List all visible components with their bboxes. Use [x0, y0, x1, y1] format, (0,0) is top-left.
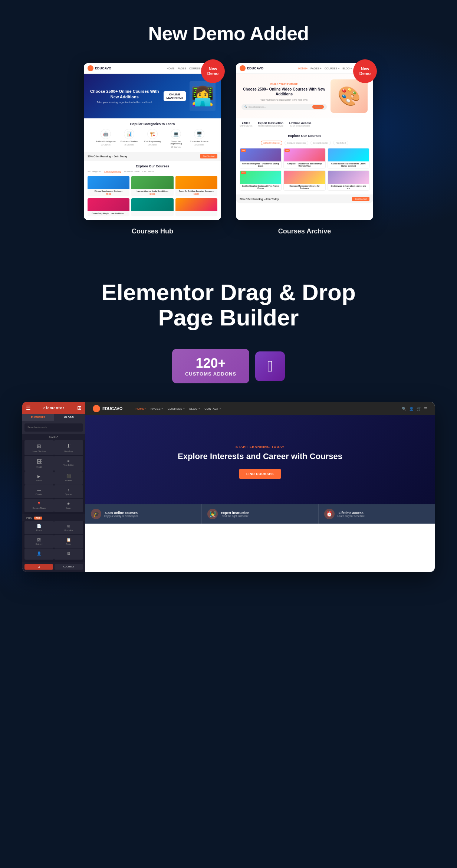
hamburger-icon[interactable]: ☰: [26, 405, 31, 411]
ca-course-card[interactable]: New Computer Fundamentals Basic Startup …: [283, 148, 325, 168]
el-posts[interactable]: 📄 Posts: [24, 521, 54, 534]
ca-offer-btn[interactable]: Get Started: [352, 197, 369, 201]
el-gallery[interactable]: 🖼 Gallery: [24, 535, 54, 548]
el-footer-btn-2[interactable]: COURSES: [55, 564, 83, 570]
search-icon[interactable]: 🔍: [402, 407, 406, 411]
grid-icon[interactable]: ⊞: [77, 405, 82, 411]
ch-offer-bar: 20% Offer Running – Join Today Get Start…: [84, 152, 221, 161]
el-search-area: [22, 421, 85, 434]
el-search-input[interactable]: [24, 423, 83, 432]
instruction-stat-title: Expert instruction: [221, 511, 249, 515]
ca-course-img: New: [240, 171, 281, 184]
divider-icon: —: [37, 488, 41, 492]
el-video[interactable]: ▶ Video: [24, 471, 54, 485]
el-image[interactable]: 🖼 Image: [24, 456, 54, 471]
course-img: [175, 176, 217, 189]
ca-course-card[interactable]: Student want to learn about science and …: [328, 170, 369, 191]
el-person[interactable]: 👤: [24, 548, 54, 560]
el-inner-section[interactable]: ⊞ Inner Section: [24, 440, 54, 455]
el-text-editor[interactable]: ≡ Text Editor: [54, 456, 83, 471]
demo-label-courses-archive: Courses Archive: [236, 227, 373, 235]
ca-course-card[interactable]: Database Management Course for Beginners: [283, 170, 325, 191]
ch-explore-title: Explore Our Courses: [88, 164, 217, 168]
demo-labels: Courses Hub Courses Archive: [15, 227, 442, 235]
ca-course-card[interactable]: Guess Halloween Drinks for the Grown (Sa…: [328, 148, 369, 168]
cat-icon: 📊: [124, 129, 134, 139]
section-new-demo: New Demo Added New Demo EDUCAVO HOME PAG…: [0, 0, 457, 250]
el-google-maps[interactable]: 📍 Google Maps: [24, 499, 54, 512]
el-portfolio[interactable]: ⊞ Portfolio: [54, 521, 83, 534]
tab-elements[interactable]: ELEMENTS: [22, 414, 54, 421]
ca-course-card[interactable]: New Artificial Intelligence Fundamental …: [240, 148, 282, 168]
courses-archive-screenshot: EDUCAVO HOME+ PAGES + COURSES + BLOG + C…: [236, 63, 373, 203]
wp-stat-instruction: 👨‍🏫 Expert instruction Find the right in…: [202, 504, 318, 524]
demo-card-courses-archive[interactable]: New Demo EDUCAVO HOME+ PAGES + COURSES +…: [236, 63, 373, 220]
course-img: [88, 176, 129, 189]
ca-search-bar[interactable]: 🔍 Search courses... Search: [241, 104, 327, 110]
el-icon[interactable]: ★ Icon: [54, 499, 83, 512]
wp-logo-circle: [93, 405, 100, 412]
website-preview: EDUCAVO HOME+ PAGES + COURSES + BLOG + C…: [85, 402, 435, 572]
ch-offer-text: 20% Offer Running – Join Today: [88, 155, 127, 158]
ch-offer-btn[interactable]: Get Started: [200, 154, 217, 158]
elementor-sidebar-title: elementor: [43, 406, 65, 410]
wp-find-courses-btn[interactable]: FIND COURSES: [239, 469, 281, 479]
ch-explore-tabs: All Categories Civil Engineering Licence…: [88, 170, 217, 173]
ca-logo-icon: [240, 65, 246, 71]
ca-search-btn[interactable]: Search: [312, 105, 324, 109]
section-elementor: Elementor Drag & DropPage Builder 120+ C…: [0, 250, 457, 587]
cart-icon[interactable]: 🛒: [417, 407, 421, 411]
el-footer-btn-1[interactable]: ◀: [24, 564, 53, 570]
course-card[interactable]: Cream Daily Weight Loss & Addition...: [88, 198, 129, 216]
course-info: Lawyer Advance Media Socialities... $29.…: [131, 189, 173, 196]
button-icon: ⬛: [66, 474, 71, 478]
nav-link-pages[interactable]: PAGES +: [151, 407, 163, 410]
course-card[interactable]: Focus On Building Everyday Success... $4…: [175, 176, 217, 196]
el-form[interactable]: 📋 Form: [54, 535, 83, 548]
posts-icon: 📄: [37, 524, 41, 528]
el-button[interactable]: ⬛ Button: [54, 471, 83, 485]
el-divider[interactable]: — Divider: [24, 485, 54, 498]
ca-course-img: [328, 148, 369, 161]
demo-label-courses-hub: Courses Hub: [84, 227, 221, 235]
course-info: [131, 211, 173, 213]
ch-logo-icon: [88, 65, 93, 71]
demo-card-courses-hub[interactable]: New Demo EDUCAVO HOME PAGES COURSES CONT…: [84, 63, 221, 220]
ca-filter-tabs: Artificial Intelligence Computer Enginee…: [240, 141, 369, 145]
courses-stat-icon: 🎓: [91, 509, 101, 519]
ch-header: EDUCAVO HOME PAGES COURSES CONTACT: [84, 63, 221, 74]
category-item[interactable]: 🤖 Artificial Intelligence 20 Courses: [96, 129, 116, 148]
lifetime-stat-subtitle: Learn on your schedule: [338, 515, 365, 517]
elementor-e-icon: 𝎘: [267, 357, 273, 375]
el-spacer[interactable]: ↕ Spacer: [54, 485, 83, 498]
nav-link-courses[interactable]: COURSES +: [168, 407, 185, 410]
category-item[interactable]: 💻 Computer Engineering 25 Courses: [166, 129, 186, 148]
ch-hero-subtitle: Take your learning organization to the n…: [89, 101, 160, 104]
el-sidebar-header: ☰ elementor ⊞: [22, 402, 85, 414]
courses-hub-screenshot: EDUCAVO HOME PAGES COURSES CONTACT Choos…: [84, 63, 221, 220]
course-card[interactable]: Fitness Development Strategy... FREE: [88, 176, 129, 196]
tab-global[interactable]: GLOBAL: [54, 414, 85, 421]
courses-stat-subtitle: Enjoy a variety of fresh topics: [104, 515, 138, 517]
nav-link-blog[interactable]: BLOG +: [189, 407, 200, 410]
icon-icon: ★: [67, 502, 70, 506]
category-item[interactable]: 🏗️ Civil Engineering 18 Courses: [142, 129, 163, 148]
nav-link-contact[interactable]: CONTACT +: [204, 407, 221, 410]
course-info: Fitness Development Strategy... FREE: [88, 189, 129, 196]
user-icon[interactable]: 👤: [409, 407, 414, 411]
el-heading[interactable]: T Heading: [54, 440, 83, 455]
ca-explore-title: Explore Our Courses: [240, 134, 369, 138]
badge-customs-addons: 120+ CUSTOMS ADDONS: [172, 349, 249, 383]
course-card[interactable]: [131, 198, 173, 216]
course-card[interactable]: [175, 198, 217, 216]
course-card[interactable]: Lawyer Advance Media Socialities... $29.…: [131, 176, 173, 196]
ca-hero-label: BUILD YOUR FUTURE: [241, 83, 327, 85]
category-item[interactable]: 🖥️ Computer Science 22 Courses: [189, 129, 210, 148]
menu-icon[interactable]: ☰: [424, 407, 427, 411]
el-extra[interactable]: 🖥: [54, 548, 83, 560]
category-item[interactable]: 📊 Business Studies 15 Courses: [119, 129, 139, 148]
ca-course-grid: New Artificial Intelligence Fundamental …: [240, 148, 369, 191]
course-info: Cream Daily Weight Loss & Addition...: [88, 211, 129, 216]
nav-link-home[interactable]: HOME+: [135, 407, 146, 410]
ca-course-card[interactable]: New Certified Graphic Design with Free P…: [240, 170, 282, 191]
